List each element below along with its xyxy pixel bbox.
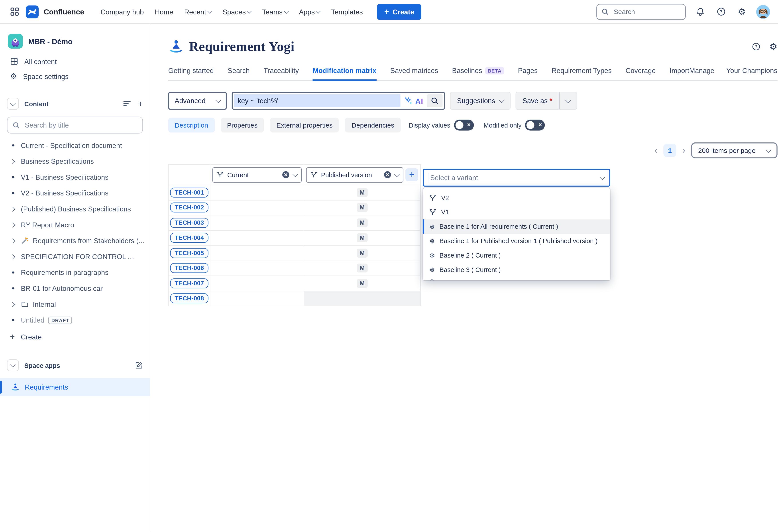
tree-item[interactable]: SPECIFICATION FOR CONTROL AND... — [0, 249, 150, 265]
remove-column-icon[interactable] — [282, 171, 290, 179]
sidebar-item-all-content[interactable]: All content — [0, 54, 150, 69]
view-chip[interactable]: Description — [168, 118, 215, 133]
topbar-nav-item[interactable]: Home — [150, 5, 178, 19]
variant-option[interactable]: V2 — [423, 191, 610, 205]
variant-option[interactable]: ❄ Baseline 2 ( Current ) — [423, 248, 610, 263]
chevron-down-icon — [207, 8, 213, 14]
add-column-button[interactable]: + — [405, 168, 418, 181]
tab[interactable]: Traceability — [263, 67, 299, 81]
tree-item[interactable]: BR-01 for Autonomous car — [0, 281, 150, 296]
column-selector-current[interactable]: Current — [213, 167, 302, 182]
tree-item[interactable]: (Published) Business Specifications — [0, 201, 150, 217]
topbar-nav-item[interactable]: Company hub — [96, 5, 148, 19]
notifications-bell-icon[interactable] — [694, 5, 707, 18]
suggestions-button[interactable]: Suggestions — [450, 92, 511, 110]
save-as-menu-button[interactable] — [559, 92, 576, 109]
tree-item[interactable]: Internal — [0, 296, 150, 312]
tab[interactable]: Pages — [518, 67, 538, 81]
requirement-key-link[interactable]: TECH-007 — [170, 279, 208, 288]
tree-item-label: (Published) Business Specifications — [21, 205, 131, 213]
global-search-input[interactable] — [596, 4, 686, 20]
edit-space-apps-icon[interactable] — [135, 361, 143, 369]
variant-option[interactable]: V1 — [423, 205, 610, 219]
tab[interactable]: Import — [670, 67, 689, 81]
create-button[interactable]: + Create — [377, 4, 421, 20]
next-page-icon[interactable]: › — [682, 146, 685, 155]
items-per-page-select[interactable]: 200 items per page — [691, 142, 777, 158]
variant-option[interactable]: ❄ Baseline 1 for Published version 1 ( P… — [423, 234, 610, 248]
tree-item[interactable]: Requirements in paragraphs — [0, 264, 150, 281]
matrix-row: TECH-001 M — [169, 185, 420, 200]
tab[interactable]: Manage — [689, 67, 714, 81]
view-chip[interactable]: External properties — [270, 118, 339, 133]
settings-gear-icon[interactable]: ⚙ — [735, 5, 748, 18]
tab[interactable]: Your Champions — [726, 67, 777, 81]
tree-item[interactable]: V2 - Business Specifications — [0, 185, 150, 201]
collapse-content-button[interactable] — [7, 98, 19, 110]
variant-option[interactable]: ❄ Baseline 1 for All requirements ( Curr… — [423, 219, 610, 234]
add-content-icon[interactable]: + — [138, 100, 143, 108]
ai-assist-button[interactable]: AI — [404, 96, 423, 105]
variant-option[interactable]: ❄ Baseline 3 ( Current ) — [423, 263, 610, 277]
help-icon[interactable]: ? — [715, 5, 727, 18]
run-search-button[interactable] — [427, 94, 443, 107]
tree-item[interactable]: Current - Specification document — [0, 138, 150, 154]
requirement-key-link[interactable]: TECH-008 — [170, 294, 208, 303]
variant-search-field[interactable] — [429, 173, 600, 182]
tab[interactable]: Search — [228, 67, 250, 81]
title-search-field[interactable] — [24, 121, 137, 130]
filter-tree-icon[interactable] — [123, 100, 131, 107]
tab[interactable]: Requirement Types — [552, 67, 612, 81]
tab[interactable]: Baselines BETA — [452, 67, 504, 81]
tree-item[interactable]: Untitled DRAFT — [0, 312, 150, 328]
search-icon — [12, 121, 20, 129]
confluence-logo[interactable] — [26, 5, 38, 18]
requirement-key-link[interactable]: TECH-006 — [170, 263, 208, 273]
toggle-switch[interactable] — [525, 120, 545, 131]
topbar-nav-item[interactable]: Apps — [295, 5, 325, 19]
toggle-switch[interactable] — [454, 120, 473, 131]
prev-page-icon[interactable]: ‹ — [654, 146, 657, 155]
view-chip[interactable]: Dependencies — [345, 118, 401, 133]
query-input[interactable]: key ~ 'tech%' AI — [232, 92, 445, 110]
title-search-input[interactable] — [7, 117, 143, 134]
column-selector-published[interactable]: Published version — [306, 167, 403, 182]
requirement-key-link[interactable]: TECH-003 — [170, 218, 208, 228]
tree-item[interactable]: Requirements from Stakeholders (... — [0, 233, 150, 249]
sidebar-item-requirements[interactable]: Requirements — [0, 378, 150, 396]
search-mode-select[interactable]: Advanced — [168, 92, 227, 110]
sidebar-create-button[interactable]: + Create — [0, 328, 150, 346]
tab[interactable]: Getting started — [168, 67, 214, 81]
space-header[interactable]: MBR - Démo — [0, 31, 150, 54]
requirement-key-link[interactable]: TECH-005 — [170, 248, 208, 258]
topbar-nav-item[interactable]: Spaces — [218, 5, 255, 19]
topbar-nav-label: Recent — [184, 8, 206, 16]
requirement-key-link[interactable]: TECH-002 — [170, 203, 208, 213]
requirement-key-link[interactable]: TECH-004 — [170, 233, 208, 243]
settings-gear-icon[interactable]: ⚙ — [769, 42, 777, 51]
toggle-label: Display values — [409, 121, 451, 129]
variant-select-input[interactable] — [423, 169, 610, 187]
remove-column-icon[interactable] — [383, 171, 391, 179]
app-switcher-icon[interactable] — [8, 5, 21, 18]
column-label: Published version — [321, 171, 380, 178]
global-search-field[interactable] — [613, 8, 681, 16]
tab[interactable]: Modification matrix — [313, 67, 376, 81]
user-avatar[interactable] — [756, 5, 770, 19]
tab[interactable]: Saved matrices — [390, 67, 438, 81]
modified-badge: M — [357, 279, 368, 288]
tree-item[interactable]: RY Report Macro — [0, 217, 150, 233]
topbar-nav-item[interactable]: Teams — [258, 5, 293, 19]
requirement-key-link[interactable]: TECH-001 — [170, 187, 208, 198]
topbar-nav-item[interactable]: Templates — [327, 5, 367, 19]
sidebar-item-space-settings[interactable]: ⚙ Space settings — [0, 69, 150, 84]
help-icon[interactable]: ? — [752, 42, 760, 51]
view-chip[interactable]: Properties — [221, 118, 264, 133]
tab[interactable]: Coverage — [626, 67, 656, 81]
page-number[interactable]: 1 — [664, 144, 677, 157]
tree-item[interactable]: V1 - Business Specifications — [0, 169, 150, 185]
tree-item[interactable]: Business Specifications — [0, 153, 150, 169]
save-as-button[interactable]: Save as * — [516, 92, 559, 109]
collapse-space-apps-button[interactable] — [7, 359, 19, 371]
topbar-nav-item[interactable]: Recent — [180, 5, 216, 19]
